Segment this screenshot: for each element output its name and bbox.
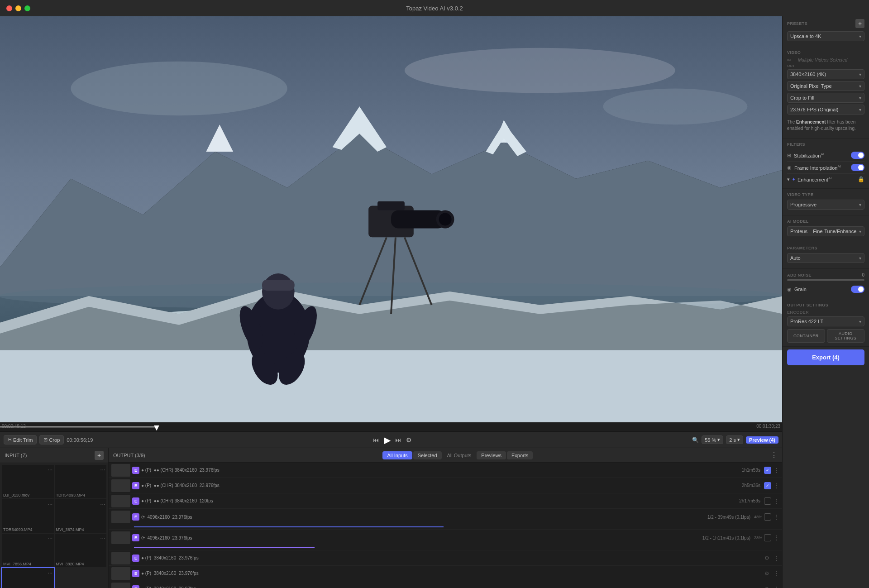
play-button[interactable]: ▶ [384, 435, 391, 445]
thumbnail-item[interactable]: TDR54093.MP4 ··· [55, 465, 107, 498]
output-row[interactable]: E ● (P) 3840x2160 23.976fps ⚙ ⋮ [109, 566, 782, 581]
timeline-time-right: 00:01:30;23 [756, 424, 780, 429]
thumbnail-item[interactable]: MVI_3874.MP4 ··· [55, 499, 107, 533]
frame-interp-icon: ◉ [787, 165, 792, 171]
row-menu-icon[interactable]: ⋮ [773, 467, 779, 474]
output-row[interactable]: E ● (P) ●● (CHR) 3840x2160 23.976fps 2h5… [109, 478, 782, 493]
row-menu-icon[interactable]: ⋮ [773, 482, 779, 489]
row-checkbox[interactable] [764, 497, 771, 505]
playback-controls: ⏮ ▶ ⏭ ⚙ [373, 435, 412, 445]
audio-settings-button[interactable]: AUDIO SETTINGS [827, 329, 865, 343]
video-out-dropdown[interactable]: 3840×2160 (4K) ▾ [787, 69, 864, 79]
settings-icon[interactable]: ⚙ [406, 436, 412, 444]
tab-all-outputs[interactable]: All Outputs [443, 451, 476, 459]
crop-button[interactable]: ⊡ Crop [39, 435, 64, 445]
thumb-more-icon[interactable]: ··· [100, 466, 105, 473]
filters-section: FILTERS ⊞ StabilizationAI ◉ Frame Interp… [783, 139, 869, 189]
encoder-dropdown[interactable]: ProRes 422 LT ▾ [787, 316, 864, 326]
chevron-down-icon: ▾ [717, 437, 720, 443]
output-row[interactable]: E ● (P) 3840x2160 29.97fps ⚙ ⋮ [109, 581, 782, 588]
row-menu-icon[interactable]: ⋮ [773, 534, 779, 541]
stabilization-toggle[interactable] [851, 152, 864, 159]
video-type-dropdown[interactable]: Progressive ▾ [787, 200, 864, 210]
preset-dropdown[interactable]: Upscale to 4K ▾ [787, 31, 864, 41]
row-spec: ● (P) ●● (CHR) 3840x2160 23.976fps [141, 468, 740, 473]
crop-dropdown[interactable]: Crop to Fill ▾ [787, 93, 864, 103]
thumb-label: MVI_3874.MP4 [55, 526, 107, 533]
output-thumb [111, 464, 130, 477]
thumbnail-item[interactable]: MVI_3870.MP4 ··· [2, 568, 54, 588]
zoom-control[interactable]: 55 % ▾ [702, 435, 723, 444]
row-menu-icon[interactable]: ⋮ [773, 497, 779, 505]
output-settings-label: OUTPUT SETTINGS [787, 303, 864, 307]
e-badge: E [132, 467, 139, 474]
maximize-button[interactable] [24, 5, 30, 11]
controls-bar: ✂ Edit Trim ⊡ Crop 00:00:56;19 ⏮ ▶ ⏭ ⚙ 🔍… [0, 431, 782, 448]
output-row[interactable]: E ● (P) 3840x2160 23.976fps ⚙ ⋮ [109, 550, 782, 566]
frame-interpolation-toggle[interactable] [851, 164, 864, 171]
output-thumb [111, 479, 130, 492]
fps-dropdown[interactable]: 23.976 FPS (Original) ▾ [787, 105, 864, 115]
output-row[interactable]: E ● (P) ●● (CHR) 3840x2160 23.976fps 1h1… [109, 463, 782, 478]
thumbnail-item[interactable]: MVI_7856.MP4 ··· [2, 534, 54, 567]
chevron-down-icon: ▾ [859, 107, 861, 112]
output-menu-icon[interactable]: ⋮ [770, 451, 778, 459]
thumb-more-icon[interactable]: ··· [100, 535, 105, 542]
thumb-more-icon[interactable]: ··· [100, 500, 105, 507]
add-preset-button[interactable]: + [855, 19, 864, 28]
current-time-display: 00:00:56;19 [67, 437, 93, 443]
row-menu-icon[interactable]: ⋮ [773, 513, 779, 521]
timeline[interactable]: 00:00:49;12 00:01:30;23 [0, 422, 782, 431]
crop-icon: ⊡ [43, 437, 48, 443]
row-checkbox[interactable]: ✓ [764, 467, 771, 474]
close-button[interactable] [6, 5, 12, 11]
parameters-dropdown[interactable]: Auto ▾ [787, 253, 864, 263]
speed-control[interactable]: 2 s ▾ [726, 435, 743, 444]
svg-point-18 [262, 273, 295, 310]
row-spec: ● (P) 3840x2160 23.976fps [141, 555, 451, 560]
noise-slider[interactable] [787, 279, 864, 281]
tab-previews[interactable]: Previews [477, 451, 506, 459]
chevron-down-icon: ▾ [859, 229, 861, 234]
thumbnail-item[interactable]: TDR54090.MP4 ··· [2, 499, 54, 533]
step-forward-icon[interactable]: ⏭ [395, 436, 401, 444]
output-tabs: All Inputs Selected All Outputs Previews… [382, 451, 533, 459]
row-duration: 1/2 - 39m49s (0.1fps) [707, 515, 750, 520]
row-menu-icon[interactable]: ⋮ [773, 585, 779, 588]
ai-model-section: AI MODEL Proteus – Fine-Tune/Enhance ▾ [783, 215, 869, 242]
output-row[interactable]: E ⟳ 4096x2160 23.976fps 1/2 - 1h11m41s (… [109, 530, 782, 550]
thumb-label: DJI_0130.mov [2, 492, 54, 498]
container-button[interactable]: CONTAINER [787, 329, 825, 343]
output-row[interactable]: E ⟳ 4096x2160 23.976fps 1/2 - 39m49s (0.… [109, 509, 782, 530]
row-checkbox[interactable]: ✓ [764, 482, 771, 489]
row-spec: ⟳ 4096x2160 23.976fps [141, 535, 701, 540]
thumb-more-icon[interactable]: ··· [48, 535, 53, 542]
ai-model-dropdown[interactable]: Proteus – Fine-Tune/Enhance ▾ [787, 226, 864, 236]
tab-selected[interactable]: Selected [413, 451, 442, 459]
thumb-more-icon[interactable]: ··· [48, 569, 53, 576]
e-badge: E [132, 497, 139, 505]
minimize-button[interactable] [15, 5, 21, 11]
pixel-type-dropdown[interactable]: Original Pixel Type ▾ [787, 81, 864, 91]
add-input-button[interactable]: + [95, 451, 104, 460]
row-menu-icon[interactable]: ⋮ [773, 555, 779, 562]
thumbnail-item[interactable]: MVI_3820.MP4 ··· [55, 534, 107, 567]
output-row[interactable]: E ● (P) ●● (CHR) 3840x2160 120fps 2h17m5… [109, 493, 782, 509]
export-button[interactable]: Export (4) [787, 349, 864, 365]
thumb-more-icon[interactable]: ··· [48, 466, 53, 473]
preview-badge[interactable]: Preview (4) [746, 436, 778, 444]
row-checkbox[interactable] [764, 534, 771, 541]
tab-exports[interactable]: Exports [507, 451, 533, 459]
step-back-icon[interactable]: ⏮ [373, 436, 379, 444]
row-checkbox[interactable] [764, 513, 771, 521]
output-header: OUTPUT (3/9) All Inputs Selected All Out… [109, 448, 782, 463]
tab-all-inputs[interactable]: All Inputs [382, 451, 412, 459]
lock-icon: 🔒 [858, 176, 864, 182]
e-badge: E [132, 513, 139, 521]
expand-icon[interactable]: ▾ [787, 177, 790, 182]
edit-trim-button[interactable]: ✂ Edit Trim [4, 435, 37, 445]
row-menu-icon[interactable]: ⋮ [773, 570, 779, 577]
thumb-more-icon[interactable]: ··· [48, 500, 53, 507]
grain-toggle[interactable] [851, 286, 864, 293]
thumbnail-item[interactable]: DJI_0130.mov ··· [2, 465, 54, 498]
